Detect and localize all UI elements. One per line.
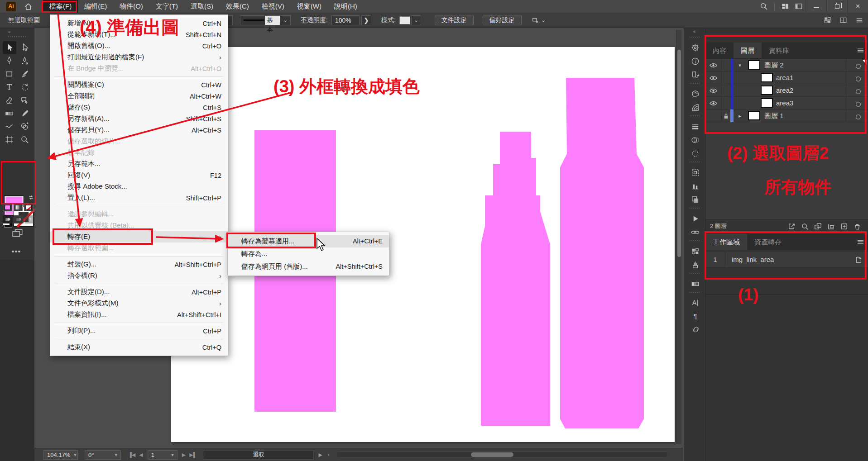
artboard-tool-icon[interactable]: [3, 133, 16, 146]
transparency-icon[interactable]: [684, 133, 706, 147]
rectangle-tool-icon[interactable]: [3, 67, 16, 81]
horizontal-scrollbar-thumb[interactable]: [471, 452, 513, 457]
dock-grip[interactable]: [690, 37, 700, 39]
layer-row[interactable]: area1: [705, 71, 868, 84]
export-submenu-item[interactable]: 儲存為網頁用 (舊版)...Alt+Shift+Ctrl+S: [228, 260, 389, 273]
visibility-toggle[interactable]: [705, 59, 722, 71]
file-menu-item[interactable]: 從範本新增(T)...Shift+Ctrl+N: [50, 29, 228, 40]
previous-artboard-icon[interactable]: ◀: [139, 452, 143, 458]
layer-name[interactable]: 圖層 2: [764, 59, 784, 71]
actions-icon[interactable]: [684, 212, 706, 225]
dock-grip[interactable]: [690, 162, 700, 164]
export-submenu-item[interactable]: 轉存為螢幕適用...Alt+Ctrl+E: [228, 235, 389, 247]
visibility-toggle[interactable]: [705, 71, 722, 84]
menubar-item-2[interactable]: 編輯(E): [78, 0, 113, 13]
align-icon[interactable]: [684, 179, 706, 193]
next-artboard-icon[interactable]: ▶: [182, 452, 186, 458]
info-icon[interactable]: i: [684, 54, 706, 68]
dock-grip[interactable]: [690, 115, 700, 118]
file-menu-item[interactable]: 文件設定(D)...Alt+Ctrl+P: [50, 286, 228, 298]
locate-object-icon[interactable]: [801, 222, 809, 231]
lock-column[interactable]: [722, 84, 730, 97]
target-circle-icon[interactable]: [854, 75, 863, 83]
shaper-tool-icon[interactable]: [18, 94, 32, 107]
swap-fill-stroke-icon[interactable]: [27, 194, 35, 201]
horizontal-scrollbar[interactable]: [336, 451, 668, 458]
paragraph-icon[interactable]: ¶: [684, 309, 706, 323]
target-circle-icon[interactable]: [854, 100, 863, 109]
layer-row[interactable]: ▾圖層 2: [705, 59, 868, 71]
panel-menu-icon[interactable]: [853, 234, 868, 250]
artboard-navigation-dropdown[interactable]: 1▾: [148, 450, 177, 460]
minimize-icon[interactable]: [806, 0, 826, 13]
artboard-name[interactable]: img_link_area: [725, 256, 774, 263]
file-menu-item[interactable]: 檔案資訊(I)...Alt+Shift+Ctrl+I: [50, 309, 228, 320]
file-menu-item[interactable]: 文件色彩模式(M)›: [50, 298, 228, 309]
opacity-label[interactable]: 不透明度:: [301, 16, 328, 24]
pen-tool-icon[interactable]: [3, 54, 16, 67]
layer-name[interactable]: area3: [776, 97, 793, 109]
menubar-item-4[interactable]: 文字(T): [149, 0, 184, 13]
links-icon[interactable]: [684, 225, 706, 239]
appearance-icon[interactable]: [684, 147, 706, 160]
tab-工作區域[interactable]: 工作區域: [705, 234, 747, 250]
menubar-item-8[interactable]: 視窗(W): [291, 0, 328, 13]
eyedropper-tool-icon[interactable]: [18, 107, 32, 120]
file-menu-item[interactable]: 置入(L)...Shift+Ctrl+P: [50, 192, 228, 204]
home-icon[interactable]: [23, 1, 33, 11]
file-menu-item[interactable]: 轉存(E)›: [50, 231, 228, 242]
draw-normal-icon[interactable]: [3, 215, 13, 223]
vertical-scrollbar-thumb[interactable]: [677, 50, 681, 257]
collapse-panels-icon[interactable]: »: [705, 28, 868, 43]
gradient-tool-icon[interactable]: [3, 107, 16, 120]
draw-behind-icon[interactable]: [14, 215, 24, 223]
opacity-expand-button[interactable]: ❯: [361, 15, 371, 25]
color-guide-icon[interactable]: [684, 100, 706, 114]
control-panel-menu-icon[interactable]: [855, 16, 863, 24]
file-menu-item[interactable]: 關閉檔案(C)Ctrl+W: [50, 79, 228, 90]
type-tool-icon[interactable]: T: [3, 81, 16, 94]
last-artboard-icon[interactable]: ▶▌: [189, 452, 197, 458]
file-menu-item[interactable]: 打開最近使用過的檔案(F)›: [50, 52, 228, 63]
menubar-item-1[interactable]: 檔案(F): [43, 0, 78, 13]
tab-資產轉存[interactable]: 資產轉存: [747, 234, 789, 250]
curvature-tool-icon[interactable]: [18, 54, 32, 67]
vertical-scrollbar[interactable]: [676, 30, 681, 444]
file-menu-item[interactable]: 指令檔(R)›: [50, 270, 228, 281]
file-menu-item[interactable]: 全部關閉Alt+Ctrl+W: [50, 90, 228, 102]
file-menu-item[interactable]: 搜尋 Adobe Stock...: [50, 181, 228, 192]
workspace-switcher-icon[interactable]: [792, 0, 806, 13]
opacity-field[interactable]: 100%: [331, 15, 360, 25]
layer-name[interactable]: 圖層 1: [764, 109, 784, 122]
dock-grip[interactable]: [690, 83, 700, 86]
tab-內容[interactable]: 內容: [705, 43, 734, 58]
new-sublayer-icon[interactable]: [827, 222, 835, 231]
menubar-item-9[interactable]: 說明(H): [328, 0, 364, 13]
menubar-item-7[interactable]: 檢視(V): [255, 0, 291, 13]
file-menu-item[interactable]: 回復(V)F12: [50, 170, 228, 181]
tab-圖層[interactable]: 圖層: [734, 43, 762, 58]
layer-thumbnail[interactable]: [761, 98, 773, 108]
artboard-page-icon[interactable]: [854, 256, 868, 264]
style-swatch[interactable]: [399, 16, 410, 24]
layer-name[interactable]: area2: [776, 84, 793, 97]
file-menu-item[interactable]: 封裝(G)...Alt+Shift+Ctrl+P: [50, 259, 228, 270]
lock-column[interactable]: [722, 97, 730, 109]
layer-thumbnail[interactable]: [748, 60, 760, 70]
close-icon[interactable]: ×: [847, 0, 868, 13]
layer-row[interactable]: ▸圖層 1: [705, 109, 868, 122]
target-circle-icon[interactable]: [854, 87, 863, 96]
arrange-documents-icon[interactable]: [824, 16, 831, 24]
file-menu-item[interactable]: 儲存拷貝(Y)...Alt+Ctrl+S: [50, 124, 228, 136]
document-setup-button[interactable]: 文件設定: [435, 15, 474, 25]
gradient-icon[interactable]: [684, 277, 706, 290]
rotation-dropdown[interactable]: 0°▾: [85, 450, 121, 460]
stroke-icon[interactable]: [684, 119, 706, 133]
search-icon[interactable]: [757, 0, 771, 13]
edit-toolbar-icon[interactable]: •••: [12, 248, 21, 255]
opentype-icon[interactable]: O: [684, 323, 706, 337]
layer-row[interactable]: area3: [705, 97, 868, 109]
file-menu-item[interactable]: 儲存(S)Ctrl+S: [50, 102, 228, 113]
toolbar-grip[interactable]: [8, 36, 26, 38]
lock-column[interactable]: [722, 71, 730, 84]
